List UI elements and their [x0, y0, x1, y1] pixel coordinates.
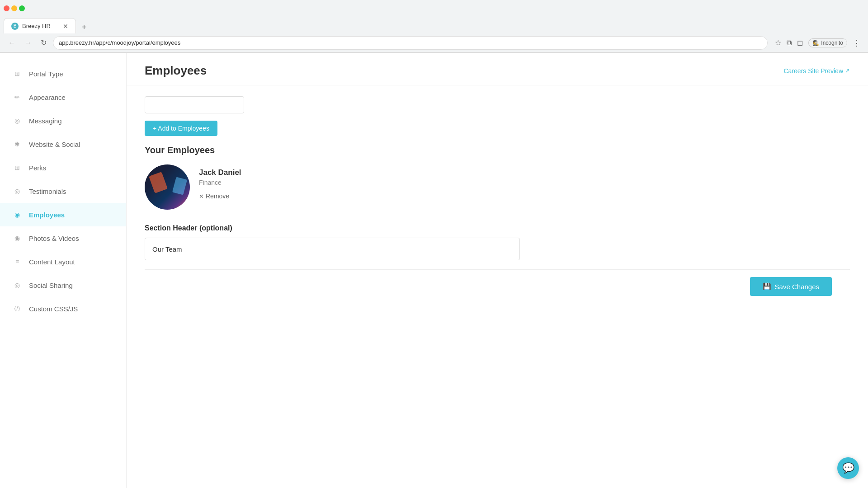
- window-minimize-button[interactable]: [11, 5, 17, 11]
- extensions-button[interactable]: ⧉: [785, 37, 793, 49]
- bookmark-button[interactable]: ☆: [773, 37, 783, 49]
- sidebar-item-appearance[interactable]: ✏ Appearance: [0, 85, 126, 109]
- save-changes-button[interactable]: 💾 Save Changes: [750, 277, 832, 296]
- appearance-icon: ✏: [11, 91, 24, 103]
- sidebar-item-employees[interactable]: ◉ Employees: [0, 203, 126, 226]
- sidebar-item-social-sharing[interactable]: ◎ Social Sharing: [0, 273, 126, 297]
- perks-icon: ⊞: [11, 161, 24, 174]
- content-body: + Add to Employees Your Employees Jack D…: [127, 85, 868, 314]
- employees-icon: ◉: [11, 208, 24, 221]
- employee-search-input[interactable]: [145, 96, 244, 113]
- sidebar-label-testimonials: Testimonials: [29, 188, 66, 195]
- app-layout: ⊞ Portal Type ✏ Appearance ◎ Messaging ✱…: [0, 53, 868, 488]
- remove-employee-button[interactable]: ✕ Remove: [199, 192, 229, 200]
- sidebar-item-photos-videos[interactable]: ◉ Photos & Videos: [0, 226, 126, 250]
- section-header-input[interactable]: [145, 238, 520, 260]
- section-header-label: Section Header (optional): [145, 224, 850, 232]
- back-button[interactable]: ←: [5, 37, 18, 49]
- address-bar[interactable]: app.breezy.hr/app/c/moodjoy/portal/emplo…: [53, 36, 768, 50]
- active-tab[interactable]: B Breezy HR ✕: [4, 18, 76, 33]
- photos-videos-icon: ◉: [11, 232, 24, 244]
- sidebar-item-custom-css-js[interactable]: ⟨/⟩ Custom CSS/JS: [0, 297, 126, 320]
- sidebar-label-photos-videos: Photos & Videos: [29, 235, 79, 242]
- add-button-label: + Add to Employees: [153, 125, 209, 132]
- employee-info: Jack Daniel Finance ✕ Remove: [199, 164, 241, 200]
- employee-card: Jack Daniel Finance ✕ Remove: [145, 164, 850, 210]
- browser-titlebar: [0, 0, 868, 16]
- sidebar-label-social-sharing: Social Sharing: [29, 282, 73, 289]
- browser-menu-button[interactable]: ⋮: [851, 36, 863, 50]
- incognito-icon: 🕵: [812, 40, 819, 46]
- chat-icon: 💬: [842, 462, 854, 474]
- sidebar-label-messaging: Messaging: [29, 117, 62, 125]
- content-header: Employees Careers Site Preview ↗: [127, 53, 868, 85]
- window-close-button[interactable]: [4, 5, 9, 11]
- window-maximize-button[interactable]: [19, 5, 25, 11]
- external-link-icon: ↗: [845, 67, 850, 74]
- sidebar-item-testimonials[interactable]: ◎ Testimonials: [0, 179, 126, 203]
- browser-toolbar: ← → ↻ app.breezy.hr/app/c/moodjoy/portal…: [0, 33, 868, 52]
- main-content: Employees Careers Site Preview ↗ + Add t…: [127, 53, 868, 488]
- sidebar-item-website-social[interactable]: ✱ Website & Social: [0, 132, 126, 156]
- sidebar: ⊞ Portal Type ✏ Appearance ◎ Messaging ✱…: [0, 53, 127, 488]
- incognito-label: Incognito: [821, 40, 843, 46]
- new-tab-button[interactable]: +: [78, 21, 90, 33]
- testimonials-icon: ◎: [11, 185, 24, 197]
- custom-css-js-icon: ⟨/⟩: [11, 302, 24, 315]
- sidebar-label-perks: Perks: [29, 164, 46, 172]
- profile-button[interactable]: ◻: [795, 37, 805, 49]
- careers-site-preview-link[interactable]: Careers Site Preview ↗: [784, 67, 850, 75]
- reload-button[interactable]: ↻: [38, 37, 49, 49]
- add-to-employees-button[interactable]: + Add to Employees: [145, 121, 217, 136]
- tab-title: Breezy HR: [22, 23, 51, 29]
- employee-search-area: + Add to Employees: [145, 96, 850, 136]
- forward-button[interactable]: →: [22, 37, 34, 49]
- chat-bubble-button[interactable]: 💬: [837, 457, 859, 479]
- browser-tabs: B Breezy HR ✕ +: [0, 16, 868, 33]
- url-text: app.breezy.hr/app/c/moodjoy/portal/emplo…: [59, 39, 180, 46]
- tab-favicon: B: [11, 23, 19, 30]
- messaging-icon: ◎: [11, 114, 24, 127]
- sidebar-item-messaging[interactable]: ◎ Messaging: [0, 109, 126, 132]
- website-social-icon: ✱: [11, 138, 24, 150]
- incognito-badge: 🕵 Incognito: [808, 38, 847, 47]
- employee-avatar: [145, 164, 190, 210]
- sidebar-label-content-layout: Content Layout: [29, 258, 75, 266]
- social-sharing-icon: ◎: [11, 279, 24, 291]
- remove-label: Remove: [206, 192, 229, 200]
- page-title: Employees: [145, 64, 207, 78]
- your-employees-title: Your Employees: [145, 145, 850, 155]
- remove-x-icon: ✕: [199, 193, 204, 200]
- employee-department: Finance: [199, 179, 241, 186]
- tab-close-button[interactable]: ✕: [63, 23, 68, 30]
- sidebar-label-custom-css-js: Custom CSS/JS: [29, 305, 78, 313]
- sidebar-item-perks[interactable]: ⊞ Perks: [0, 156, 126, 179]
- sidebar-label-portal-type: Portal Type: [29, 70, 63, 78]
- sidebar-label-appearance: Appearance: [29, 94, 66, 101]
- employee-name: Jack Daniel: [199, 168, 241, 177]
- bottom-bar: 💾 Save Changes: [145, 269, 850, 303]
- portal-type-icon: ⊞: [11, 67, 24, 80]
- browser-chrome: B Breezy HR ✕ + ← → ↻ app.breezy.hr/app/…: [0, 0, 868, 53]
- sidebar-item-portal-type[interactable]: ⊞ Portal Type: [0, 62, 126, 85]
- content-layout-icon: ≡: [11, 255, 24, 268]
- toolbar-icons: ☆ ⧉ ◻: [773, 37, 805, 49]
- save-button-label: Save Changes: [775, 283, 819, 291]
- sidebar-item-content-layout[interactable]: ≡ Content Layout: [0, 250, 126, 273]
- sidebar-label-employees: Employees: [29, 211, 65, 219]
- sidebar-label-website-social: Website & Social: [29, 141, 80, 148]
- save-icon: 💾: [763, 282, 771, 291]
- preview-link-text: Careers Site Preview: [784, 67, 844, 75]
